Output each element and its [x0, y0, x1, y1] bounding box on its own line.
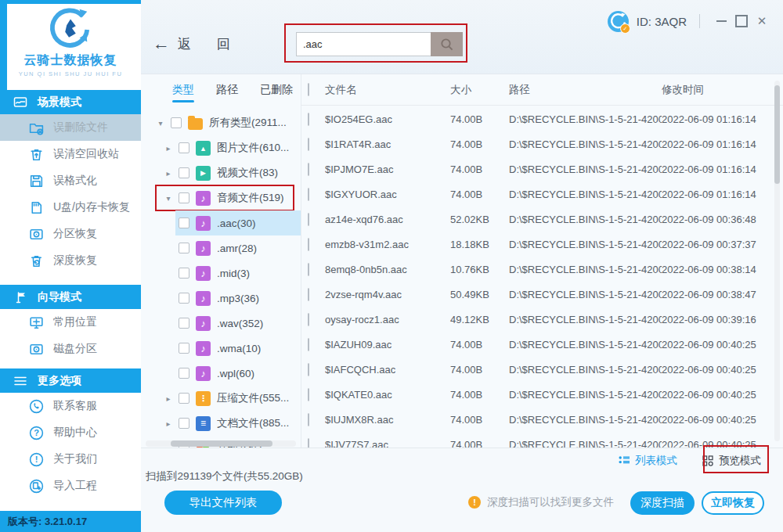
row-checkbox[interactable]	[308, 213, 309, 226]
back-button[interactable]: 返 回	[153, 34, 241, 54]
sidebar-section-header[interactable]: 向导模式	[0, 285, 141, 309]
tree-item-checkbox[interactable]	[179, 217, 189, 228]
tree-tab[interactable]: 路径	[216, 78, 238, 102]
tree-item-checkbox[interactable]	[171, 117, 182, 128]
table-row[interactable]: $IQKATE0.aac 74.00B D:\$RECYCLE.BIN\S-1-…	[301, 382, 783, 407]
maximize-button[interactable]	[731, 11, 752, 31]
sidebar-section-header[interactable]: 更多选项	[0, 368, 141, 393]
file-name-cell: oysay-rocz1.aac	[325, 314, 450, 325]
table-row[interactable]: $IJV77S7.aac 74.00B D:\$RECYCLE.BIN\S-1-…	[301, 432, 783, 448]
sidebar-item[interactable]: ! 关于我们	[0, 446, 141, 473]
tree-tab[interactable]: 已删除	[260, 78, 293, 102]
tree-item-checkbox[interactable]	[179, 418, 189, 429]
tree-item-checkbox[interactable]	[179, 343, 189, 354]
recover-now-button[interactable]: 立即恢复	[702, 491, 764, 515]
tree-hscrollbar-thumb[interactable]	[171, 440, 272, 447]
row-checkbox[interactable]	[308, 263, 309, 276]
tree-tab[interactable]: 类型	[172, 78, 194, 102]
search-input[interactable]	[296, 32, 431, 56]
sidebar-section-header[interactable]: 场景模式	[0, 90, 141, 114]
tree-item[interactable]: 压缩文件(555...	[141, 386, 301, 411]
table-row[interactable]: $I1RAT4R.aac 74.00B D:\$RECYCLE.BIN\S-1-…	[301, 131, 783, 156]
caret-icon[interactable]	[164, 194, 172, 203]
preview-mode-button[interactable]: 预览模式	[702, 454, 761, 468]
tree-item[interactable]: .amr(28)	[141, 235, 301, 261]
export-file-list-button[interactable]: 导出文件列表	[164, 491, 282, 515]
file-name-cell: $IPJMO7E.aac	[325, 164, 450, 175]
tree-item-checkbox[interactable]	[179, 192, 189, 203]
tree-item[interactable]: 所有类型(2911...	[141, 110, 301, 135]
tree-item[interactable]: .mp3(36)	[141, 286, 301, 311]
tree-item-checkbox[interactable]	[179, 268, 189, 279]
column-header-size[interactable]: 大小	[450, 83, 509, 97]
deep-scan-button[interactable]: 深度扫描	[630, 491, 695, 515]
row-checkbox[interactable]	[308, 413, 309, 426]
tree-item-checkbox[interactable]	[179, 167, 189, 178]
table-row[interactable]: az14e-xqd76.aac 52.02KB D:\$RECYCLE.BIN\…	[301, 207, 783, 232]
row-checkbox[interactable]	[308, 238, 309, 251]
tree-item[interactable]: .aac(30)	[141, 210, 301, 235]
tree-item[interactable]: 音频文件(519)	[141, 185, 301, 210]
row-checkbox[interactable]	[308, 313, 309, 326]
sidebar-item[interactable]: 磁盘分区	[0, 336, 141, 362]
tree-item[interactable]: .wav(352)	[141, 311, 301, 336]
row-checkbox[interactable]	[308, 388, 309, 401]
table-row[interactable]: 8emq8-0nb5n.aac 10.76KB D:\$RECYCLE.BIN\…	[301, 257, 783, 282]
row-checkbox[interactable]	[308, 138, 309, 151]
audio-file-icon	[196, 316, 211, 331]
table-row[interactable]: $IAZUH09.aac 74.00B D:\$RECYCLE.BIN\S-1-…	[301, 332, 783, 357]
sidebar-item[interactable]: 分区恢复	[0, 221, 141, 247]
table-vscrollbar-thumb[interactable]	[774, 85, 780, 184]
caret-icon[interactable]	[164, 394, 172, 403]
caret-icon[interactable]	[164, 144, 172, 153]
tree-item-checkbox[interactable]	[179, 368, 189, 379]
row-checkbox[interactable]	[308, 188, 309, 201]
tree-item[interactable]: 视频文件(83)	[141, 160, 301, 185]
table-row[interactable]: $IUJMX8R.aac 74.00B D:\$RECYCLE.BIN\S-1-…	[301, 407, 783, 432]
sidebar-item[interactable]: 常用位置	[0, 309, 141, 336]
tree-item[interactable]: .wma(10)	[141, 336, 301, 361]
row-checkbox[interactable]	[308, 363, 309, 376]
tree-item-checkbox[interactable]	[179, 318, 189, 329]
sidebar-item[interactable]: 深度恢复	[0, 247, 141, 274]
tree-item-checkbox[interactable]	[179, 243, 189, 253]
row-checkbox[interactable]	[308, 113, 309, 126]
sidebar-item[interactable]: ? 帮助中心	[0, 419, 141, 446]
table-row[interactable]: $IO254EG.aac 74.00B D:\$RECYCLE.BIN\S-1-…	[301, 106, 783, 131]
column-header-name[interactable]: 文件名	[325, 83, 450, 97]
select-all-checkbox[interactable]	[308, 83, 309, 96]
tree-item[interactable]: 文档文件(885...	[141, 411, 301, 436]
sidebar-item[interactable]: U盘/内存卡恢复	[0, 194, 141, 221]
row-checkbox[interactable]	[308, 288, 309, 301]
search-button[interactable]	[431, 32, 463, 56]
close-button[interactable]	[752, 11, 772, 31]
sidebar-item[interactable]: 误格式化	[0, 167, 141, 194]
list-mode-button[interactable]: 列表模式	[619, 454, 677, 468]
tree-item-checkbox[interactable]	[179, 142, 189, 153]
tree-item[interactable]: .wpl(60)	[141, 361, 301, 386]
table-row[interactable]: $IAFCQCH.aac 74.00B D:\$RECYCLE.BIN\S-1-…	[301, 357, 783, 382]
tree-item-checkbox[interactable]	[179, 293, 189, 304]
table-row[interactable]: $IGXYUOR.aac 74.00B D:\$RECYCLE.BIN\S-1-…	[301, 182, 783, 207]
row-checkbox[interactable]	[308, 438, 309, 448]
column-header-time[interactable]: 修改时间	[662, 83, 783, 97]
column-header-path[interactable]: 路径	[509, 83, 662, 97]
table-row[interactable]: 2vzse-rqm4v.aac 50.49KB D:\$RECYCLE.BIN\…	[301, 282, 783, 307]
file-time-cell: 2022-06-09 01:16:14	[662, 113, 783, 125]
tree-item-checkbox[interactable]	[179, 393, 189, 404]
minimize-button[interactable]	[711, 11, 731, 31]
table-row[interactable]: oysay-rocz1.aac 49.12KB D:\$RECYCLE.BIN\…	[301, 307, 783, 332]
caret-icon[interactable]	[157, 119, 164, 128]
caret-icon[interactable]	[164, 419, 172, 428]
sidebar-item[interactable]: 误清空回收站	[0, 141, 141, 167]
sidebar-item[interactable]: 导入工程	[0, 473, 141, 499]
sidebar-item[interactable]: 联系客服	[0, 393, 141, 419]
sidebar-item[interactable]: 误删除文件	[0, 114, 141, 141]
caret-icon[interactable]	[164, 169, 172, 178]
tree-item[interactable]: .mid(3)	[141, 261, 301, 286]
tree-item[interactable]: 图片文件(610...	[141, 135, 301, 160]
row-checkbox[interactable]	[308, 338, 309, 351]
table-row[interactable]: $IPJMO7E.aac 74.00B D:\$RECYCLE.BIN\S-1-…	[301, 156, 783, 182]
row-checkbox[interactable]	[308, 163, 309, 176]
table-row[interactable]: emzb8-v31m2.aac 18.18KB D:\$RECYCLE.BIN\…	[301, 232, 783, 257]
